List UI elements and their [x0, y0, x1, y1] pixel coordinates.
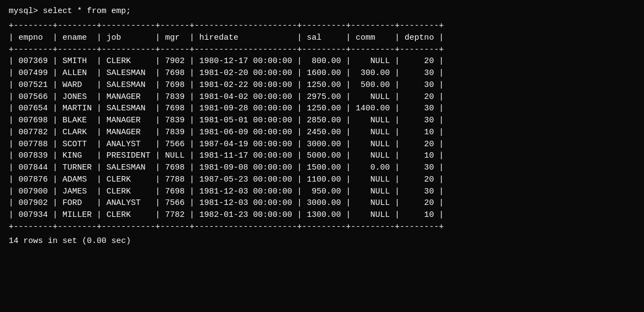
query-result: +--------+--------+-----------+------+--…	[9, 20, 635, 233]
command-line: mysql> select * from emp;	[9, 7, 635, 16]
prompt: mysql> select * from emp;	[9, 7, 131, 16]
terminal-window: mysql> select * from emp; +--------+----…	[9, 7, 635, 246]
result-footer: 14 rows in set (0.00 sec)	[9, 236, 635, 246]
